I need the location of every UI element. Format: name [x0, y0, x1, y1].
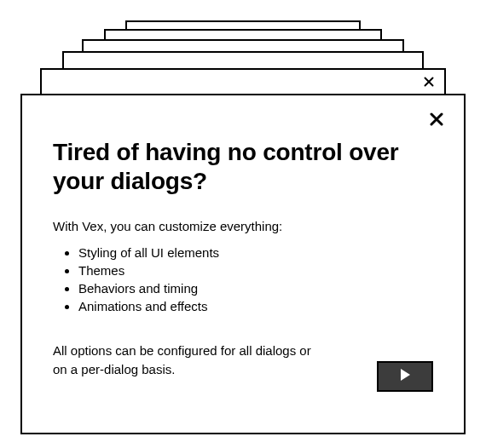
close-icon[interactable] — [424, 77, 434, 87]
dialog-title: Tired of having no control over your dia… — [53, 138, 433, 195]
dialog-feature-list: Styling of all UI elements Themes Behavi… — [53, 245, 433, 313]
close-icon[interactable] — [426, 109, 447, 129]
dialog-footer: All options can be configured for all di… — [53, 329, 433, 392]
dialog-intro: With Vex, you can customize everything: — [53, 219, 433, 233]
list-item: Styling of all UI elements — [78, 245, 433, 260]
list-item: Themes — [78, 263, 433, 278]
dialog: Tired of having no control over your dia… — [20, 94, 466, 434]
play-icon — [400, 369, 410, 384]
play-button[interactable] — [377, 361, 433, 392]
list-item: Behaviors and timing — [78, 281, 433, 296]
list-item: Animations and effects — [78, 299, 433, 313]
svg-marker-0 — [401, 369, 410, 381]
dialog-footnote: All options can be configured for all di… — [53, 342, 326, 379]
stage: Tired of having no control over your dia… — [0, 0, 486, 448]
